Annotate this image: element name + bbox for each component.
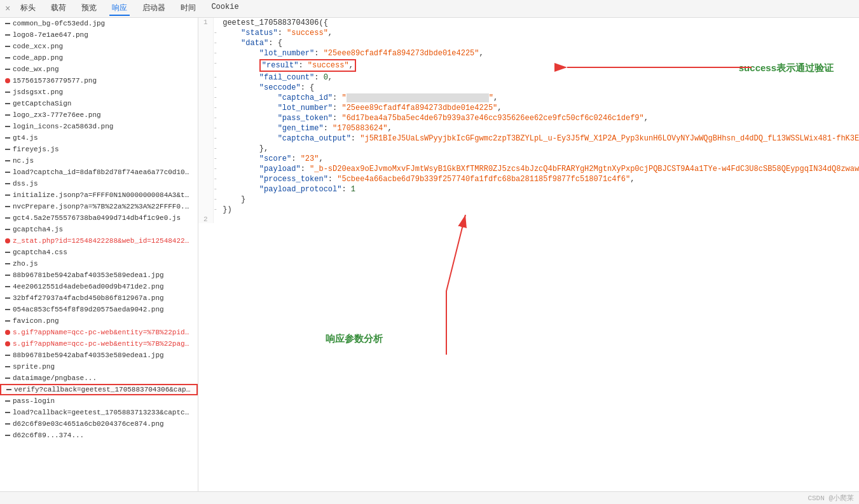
list-item[interactable]: gct4.5a2e755576738ba0499d714db4f1c9e0.js [0,212,198,224]
list-item[interactable]: 32bf4f27937a4facbd450b86f812967a.png [0,292,198,304]
list-item[interactable]: favicon.png [0,315,198,327]
list-item[interactable]: dss.js [0,178,198,189]
bottom-bar: CSDN @小爬莱 [0,491,859,504]
list-item[interactable]: logo8-7e1ae647.png [0,29,198,41]
tab-cookie[interactable]: Cookie [209,1,241,16]
tab-payload[interactable]: 载荷 [48,1,69,16]
list-item[interactable]: 4ee20612551d4adebe6ad00d9b471de2.png [0,281,198,292]
code-row: - }) [198,205,859,215]
tab-headers[interactable]: 标头 [18,1,38,16]
right-panel: 1 geetest_1705883704306({ - "status": "s… [198,18,859,491]
list-item[interactable]: gcaptcha4.css [0,247,198,258]
code-area: 1 geetest_1705883704306({ - "status": "s… [198,18,859,491]
watermark: CSDN @小爬莱 [807,493,854,503]
code-row: - "gen_time": "1705883624", [198,123,859,133]
list-item[interactable]: nvcPrepare.jsonp?a=%7B%22a%22%3A%22FFFF0… [0,201,198,212]
code-row: - }, [198,144,859,154]
list-item[interactable]: code_app.png [0,52,198,64]
tab-preview[interactable]: 预览 [79,1,99,16]
tab-timing[interactable]: 时间 [178,1,198,16]
list-item[interactable]: code_wx.png [0,64,198,75]
list-item[interactable]: logo_zx3-777e76ee.png [0,109,198,121]
list-item[interactable]: getCaptchaSign [0,98,198,109]
list-item[interactable]: nc.js [0,155,198,167]
annotation-success: success表示通过验证 [739,62,834,74]
code-row: - "status": "success", [198,28,859,38]
list-item[interactable]: load?callback=geetest_1705883713233&capt… [0,407,198,418]
list-item[interactable]: 1575615736779577.png [0,75,198,86]
code-row: - "lot_number": "25eee89cfadf4fa894273db… [198,103,859,113]
list-item[interactable]: 88b96781be5942abaf40353e589edea1.jpg [0,350,198,361]
sidebar: common_bg-0fc53edd.jpg logo8-7e1ae647.pn… [0,18,198,491]
list-item[interactable]: code_xcx.png [0,41,198,52]
code-row: - "captcha_output": "j5R1BIeJ5UaLsWPyyjb… [198,133,859,144]
list-item[interactable]: initialize.jsonp?a=FFFF0N1N0000000084A3&… [0,189,198,201]
code-row: - "pass_token": "6d17bea4a75ba5ec4de67b9… [198,113,859,123]
code-row: - "lot_number": "25eee89cfadf4fa894273db… [198,48,859,58]
list-item[interactable]: gt4.js [0,132,198,144]
code-row: 1 geetest_1705883704306({ [198,18,859,28]
list-item[interactable]: fireyejs.js [0,144,198,155]
list-item[interactable]: d62c6f89...374... [0,430,198,441]
annotation-params: 响应参数分析 [326,333,383,345]
list-item[interactable]: jsdsgsxt.png [0,86,198,98]
code-row: 2 [198,215,859,223]
tab-response[interactable]: 响应 [109,1,130,16]
list-item[interactable]: dataimage/pngbase... [0,372,198,384]
code-row: - } [198,194,859,205]
list-item[interactable]: sprite.png [0,361,198,372]
list-item[interactable]: d62c6f89e03c4651a6cb0204376ce874.png [0,418,198,430]
list-item[interactable]: s.gif?appName=qcc-pc-web&entity=%7B%22pa… [0,338,198,350]
list-item[interactable]: 054ac853cf554f8f89d20575aeda9042.png [0,304,198,315]
list-item[interactable]: zho.js [0,258,198,269]
list-item[interactable]: login_icons-2ca5863d.png [0,121,198,132]
close-icon[interactable]: × [5,4,10,14]
list-item[interactable]: load?captcha_id=8daf8b2d78f74aea6a77c0d1… [0,167,198,178]
code-row: - "seccode": { [198,83,859,93]
list-item[interactable]: z_stat.php?id=12548422288&web_id=1254842… [0,235,198,247]
code-row: - "data": { [198,38,859,48]
params-arrow [446,215,465,355]
list-item[interactable]: s.gif?appName=qcc-pc-web&entity=%7B%22pi… [0,327,198,338]
code-row: - "captcha_id": " ", [198,93,859,103]
toolbar: × 标头 载荷 预览 响应 启动器 时间 Cookie [0,0,859,18]
list-item[interactable]: common_bg-0fc53edd.jpg [0,18,198,29]
tab-initiator[interactable]: 启动器 [140,1,168,16]
list-item[interactable]: pass-login [0,395,198,407]
result-highlight: "result": "success", [259,59,356,72]
code-table: 1 geetest_1705883704306({ - "status": "s… [198,18,859,223]
list-item[interactable]: gcaptcha4.js [0,224,198,235]
code-row: - "payload": "_b-sD20eax9oEJvmoMxvFJmtWs… [198,164,859,174]
list-item[interactable]: 88b96781be5942abaf40353e589edea1.jpg [0,269,198,281]
selected-file-item[interactable]: verify?callback=geetest_1705883704306&ca… [0,384,198,395]
code-row: - "score": "23", [198,154,859,164]
toolbar-tabs: 标头 载荷 预览 响应 启动器 时间 Cookie [18,1,241,16]
main-area: common_bg-0fc53edd.jpg logo8-7e1ae647.pn… [0,18,859,491]
code-row: - "payload_protocol": 1 [198,184,859,194]
code-row: - "process_token": "5cbee4a66acbe6d79b33… [198,174,859,184]
